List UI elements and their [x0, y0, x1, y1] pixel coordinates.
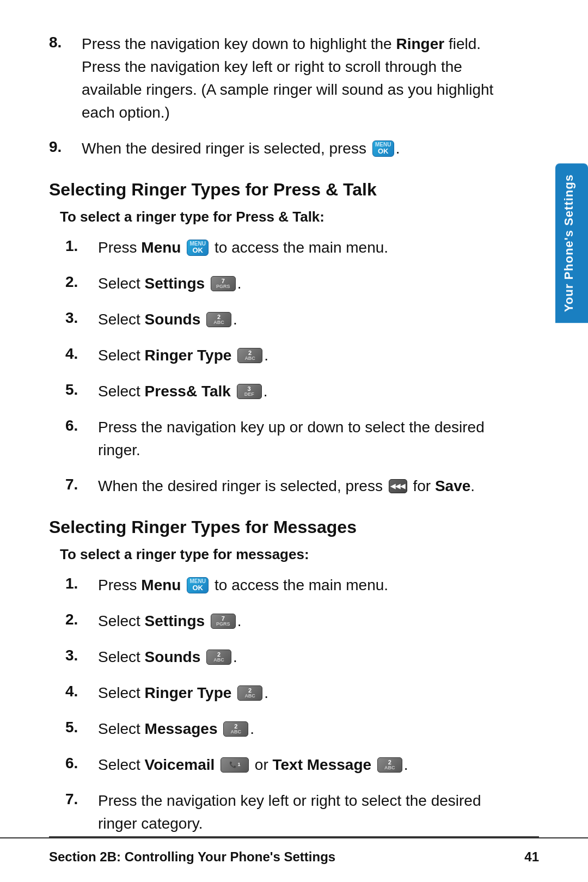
section2-step-5: 5. Select Messages 2 ABC . [65, 718, 517, 740]
voicemail-key-icon: 📞 1 [220, 757, 249, 773]
side-tab: Your Phone's Settings [555, 163, 588, 323]
section1-step-4: 4. Select Ringer Type 2 ABC . [65, 344, 517, 367]
step-8-number: 8. [49, 33, 82, 51]
section1-heading: Selecting Ringer Types for Press & Talk [49, 180, 517, 200]
section1-step-1: 1. Press Menu MENU OK to access the main… [65, 236, 517, 259]
footer-page-number: 41 [524, 849, 539, 865]
step-s2-1-number: 1. [65, 574, 98, 592]
step-8-bold: Ringer [396, 35, 444, 52]
section1-step-5: 5. Select Press& Talk 3 DEF . [65, 380, 517, 403]
key-7pgrs-2-icon: 7 PGRS [211, 614, 236, 629]
step-s1-7-number: 7. [65, 475, 98, 493]
step-s1-4-text: Select Ringer Type 2 ABC . [98, 344, 517, 367]
step-8-text: Press the navigation key down to highlig… [82, 33, 517, 124]
step-s1-4-number: 4. [65, 344, 98, 363]
section1-steps: 1. Press Menu MENU OK to access the main… [65, 236, 517, 498]
step-s1-2-text: Select Settings 7 PGRS . [98, 272, 517, 295]
menu-ok-key-3-icon: MENU OK [187, 577, 209, 593]
section2-step-7: 7. Press the navigation key left or righ… [65, 789, 517, 835]
key-2abc-2-icon: 2 ABC [237, 348, 262, 363]
menu-ok-key-2-icon: MENU OK [187, 240, 209, 256]
step-s2-2-text: Select Settings 7 PGRS . [98, 610, 517, 633]
step-s2-3-text: Select Sounds 2 ABC . [98, 646, 517, 669]
step-9-text: When the desired ringer is selected, pre… [82, 137, 517, 160]
step-s2-6-text: Select Voicemail 📞 1 or Text Message 2 A… [98, 754, 517, 776]
section1-step-3: 3. Select Sounds 2 ABC . [65, 308, 517, 331]
section2-step-6: 6. Select Voicemail 📞 1 or Text Message … [65, 754, 517, 776]
step-s2-5-number: 5. [65, 718, 98, 736]
section1-sub-heading: To select a ringer type for Press & Talk… [60, 209, 517, 225]
footer-section-label: Section 2B: Controlling Your Phone's Set… [49, 849, 335, 865]
page-content: 8. Press the navigation key down to high… [0, 0, 588, 882]
section2-heading: Selecting Ringer Types for Messages [49, 517, 517, 537]
key-2abc-3-icon: 2 ABC [206, 650, 231, 665]
step-s1-2-number: 2. [65, 272, 98, 291]
step-s1-1-number: 1. [65, 236, 98, 255]
step-s2-1-text: Press Menu MENU OK to access the main me… [98, 574, 517, 597]
step-8: 8. Press the navigation key down to high… [49, 33, 517, 124]
step-9: 9. When the desired ringer is selected, … [49, 137, 517, 160]
section1-step-7: 7. When the desired ringer is selected, … [65, 475, 517, 498]
menu-ok-key-icon: MENU OK [372, 140, 394, 157]
step-s2-7-text: Press the navigation key left or right t… [98, 789, 517, 835]
step-s1-5-text: Select Press& Talk 3 DEF . [98, 380, 517, 403]
step-s1-6-number: 6. [65, 416, 98, 434]
save-key-icon: ◀◀◀ [389, 479, 407, 493]
section1-step-2: 2. Select Settings 7 PGRS . [65, 272, 517, 295]
key-2abc-6-icon: 2 ABC [377, 757, 402, 773]
key-7pgrs-icon: 7 PGRS [211, 276, 236, 291]
key-2abc-5-icon: 2 ABC [223, 721, 248, 737]
step-s2-7-number: 7. [65, 789, 98, 808]
page-footer: Section 2B: Controlling Your Phone's Set… [0, 837, 588, 865]
step-s1-7-text: When the desired ringer is selected, pre… [98, 475, 517, 498]
step-s1-3-number: 3. [65, 308, 98, 327]
step-s1-6-text: Press the navigation key up or down to s… [98, 416, 517, 462]
key-3def-icon: 3 DEF [237, 384, 262, 399]
section2-step-4: 4. Select Ringer Type 2 ABC . [65, 682, 517, 705]
step-s2-4-text: Select Ringer Type 2 ABC . [98, 682, 517, 705]
section1-step-6: 6. Press the navigation key up or down t… [65, 416, 517, 462]
step-s2-3-number: 3. [65, 646, 98, 664]
step-9-number: 9. [49, 137, 82, 156]
step-s2-5-text: Select Messages 2 ABC . [98, 718, 517, 740]
key-2abc-1-icon: 2 ABC [206, 312, 231, 327]
section2-step-1: 1. Press Menu MENU OK to access the main… [65, 574, 517, 597]
step-s2-6-number: 6. [65, 754, 98, 772]
step-s1-3-text: Select Sounds 2 ABC . [98, 308, 517, 331]
step-s2-2-number: 2. [65, 610, 98, 628]
section2-sub-heading: To select a ringer type for messages: [60, 546, 517, 563]
key-2abc-4-icon: 2 ABC [237, 685, 262, 701]
section2-step-3: 3. Select Sounds 2 ABC . [65, 646, 517, 669]
section2-step-2: 2. Select Settings 7 PGRS . [65, 610, 517, 633]
section2-steps: 1. Press Menu MENU OK to access the main… [65, 574, 517, 835]
step-s1-1-text: Press Menu MENU OK to access the main me… [98, 236, 517, 259]
step-s1-5-number: 5. [65, 380, 98, 399]
step-s2-4-number: 4. [65, 682, 98, 700]
